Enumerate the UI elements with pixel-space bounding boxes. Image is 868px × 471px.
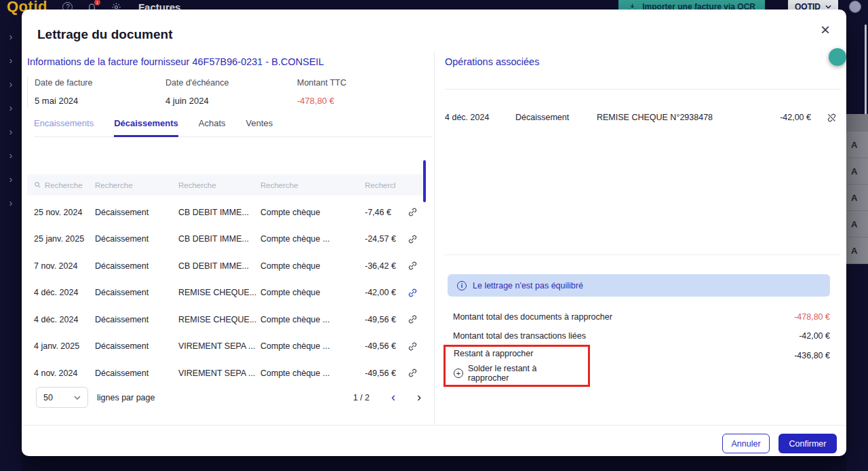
chevron-right-icon[interactable]: › [9, 197, 13, 208]
tab-label: Décaissements [114, 118, 178, 128]
prev-page-icon[interactable]: ‹ [391, 390, 395, 404]
footer-divider [22, 425, 846, 426]
tab[interactable]: Encaissements [34, 118, 94, 136]
section-divider [445, 255, 841, 255]
transaction-row[interactable]: 4 déc. 2024 Décaissement REMISE CHEQUE..… [27, 280, 427, 307]
total-label: Montant total des documents à rapprocher [453, 312, 612, 322]
search-icon [34, 181, 41, 189]
alert-text: Le lettrage n'est pas équilibré [473, 281, 583, 290]
transaction-row[interactable]: 25 janv. 2025 Décaissement CB DEBIT IMME… [27, 226, 427, 253]
transaction-label: CB DEBIT IMME... [178, 234, 260, 244]
transaction-type: Décaissement [95, 234, 178, 244]
transaction-row[interactable]: 4 déc. 2024 Décaissement REMISE CHEQUE..… [27, 306, 427, 333]
link-icon[interactable] [403, 341, 422, 352]
invoice-field: Montant TTC -478,80 € [297, 78, 414, 106]
chevron-right-icon[interactable]: › [9, 126, 13, 136]
solder-label: Solder le restant à rapprocher [468, 364, 580, 383]
search-input-libelle[interactable] [178, 181, 244, 189]
tab[interactable]: Achats [199, 118, 226, 136]
tab[interactable]: Décaissements [114, 118, 178, 137]
avatar-letter: A [851, 193, 857, 203]
operation-amount: -42,00 € [766, 113, 811, 122]
transaction-label: CB DEBIT IMME... [178, 208, 260, 217]
transaction-date: 4 déc. 2024 [34, 288, 95, 297]
transaction-date: 4 janv. 2025 [34, 341, 95, 351]
remaining-label: Restant à rapprocher [454, 349, 580, 358]
tab[interactable]: Ventes [246, 118, 273, 136]
table-scrollbar-thumb[interactable] [423, 160, 426, 202]
transaction-label: VIREMENT SEPA ... [178, 341, 260, 351]
chevron-right-icon[interactable]: › [9, 150, 13, 160]
close-icon[interactable]: × [821, 22, 830, 38]
operations-heading: Opérations associées [445, 56, 539, 67]
column-divider [434, 52, 435, 425]
transaction-label: REMISE CHEQUE... [178, 315, 260, 324]
search-input-compte[interactable] [260, 181, 344, 189]
invoice-fields: Date de facture 5 mai 2024 Date d'échéan… [27, 77, 414, 107]
profile-avatar[interactable] [849, 1, 861, 13]
avatar-letter: A [851, 166, 857, 176]
link-icon[interactable] [403, 261, 422, 271]
transaction-row[interactable]: 4 nov. 2024 Décaissement VIREMENT SEPA .… [27, 360, 427, 387]
unlink-icon[interactable] [811, 113, 841, 123]
link-icon[interactable] [403, 234, 422, 244]
chevron-right-icon[interactable]: › [9, 174, 13, 184]
link-icon[interactable] [403, 207, 422, 217]
modal-title: Lettrage du document [37, 27, 173, 42]
total-label: Montant total des transactions liées [453, 331, 586, 341]
transaction-row[interactable]: 7 nov. 2024 Décaissement CB DEBIT IMME..… [27, 252, 427, 280]
solder-remaining-button[interactable]: + Solder le restant à rapprocher [454, 364, 580, 383]
operation-row[interactable]: 4 déc. 2024 Décaissement REMISE CHEQUE N… [445, 105, 841, 130]
search-input-type[interactable] [95, 181, 161, 189]
transaction-type: Décaissement [95, 369, 178, 378]
transaction-type: Décaissement [95, 208, 178, 217]
transaction-date: 25 nov. 2024 [34, 208, 95, 217]
total-value: -42,00 € [799, 331, 830, 341]
remaining-value: -436,80 € [700, 351, 830, 360]
chevron-right-icon[interactable]: › [9, 79, 13, 89]
cancel-button[interactable]: Annuler [722, 434, 770, 453]
transaction-amount: -42,00 € [365, 288, 403, 297]
transaction-row[interactable]: 25 nov. 2024 Décaissement CB DEBIT IMME.… [27, 199, 427, 226]
unbalanced-alert: i Le lettrage n'est pas équilibré [448, 274, 830, 297]
background-table-row: A [846, 158, 868, 185]
field-label: Date d'échéance [165, 78, 297, 88]
page-indicator: 1 / 2 [353, 393, 370, 402]
operation-date: 4 déc. 2024 [445, 113, 515, 122]
info-icon: i [457, 281, 467, 290]
rows-per-page-label: lignes par page [97, 393, 155, 402]
link-icon[interactable] [403, 314, 422, 324]
background-right-strip: A A A A A [846, 27, 868, 471]
plus-circle-icon: + [454, 369, 463, 378]
invoice-field: Date d'échéance 4 juin 2024 [165, 78, 297, 106]
transaction-tabs: EncaissementsDécaissementsAchatsVentes [34, 118, 431, 137]
link-icon[interactable] [403, 288, 422, 298]
transaction-amount: -49,56 € [365, 341, 403, 351]
chevron-right-icon[interactable]: › [9, 31, 13, 41]
tab-label: Encaissements [34, 118, 94, 128]
field-value: -478,80 € [297, 96, 414, 106]
transaction-row[interactable]: 4 janv. 2025 Décaissement VIREMENT SEPA … [27, 333, 427, 360]
lettrage-modal: Lettrage du document × Informations de l… [22, 10, 846, 456]
confirm-button[interactable]: Confirmer [778, 434, 837, 453]
link-icon[interactable] [403, 368, 422, 378]
search-input-montant[interactable] [365, 181, 395, 189]
transaction-label: REMISE CHEQUE... [178, 288, 260, 297]
operations-table-header [445, 83, 841, 90]
chevron-right-icon[interactable]: › [9, 55, 13, 65]
field-value: 5 mai 2024 [35, 96, 165, 106]
chevron-down-icon [74, 396, 81, 400]
background-table-row: A [846, 132, 868, 158]
page-size-select[interactable]: 50 [36, 387, 88, 408]
chevron-right-icon[interactable]: › [9, 102, 13, 113]
notification-badge: 1 [94, 0, 100, 5]
transaction-account: Compte chèque ... [260, 234, 365, 244]
background-table-header [846, 114, 868, 132]
transaction-account: Compte chèque [260, 208, 365, 217]
transaction-amount: -49,56 € [365, 369, 403, 378]
transaction-date: 4 déc. 2024 [34, 315, 95, 324]
transaction-label: VIREMENT SEPA ... [178, 369, 260, 378]
next-page-icon[interactable]: › [417, 390, 421, 404]
floating-help-button[interactable] [829, 48, 846, 66]
search-input-date[interactable] [45, 181, 94, 189]
